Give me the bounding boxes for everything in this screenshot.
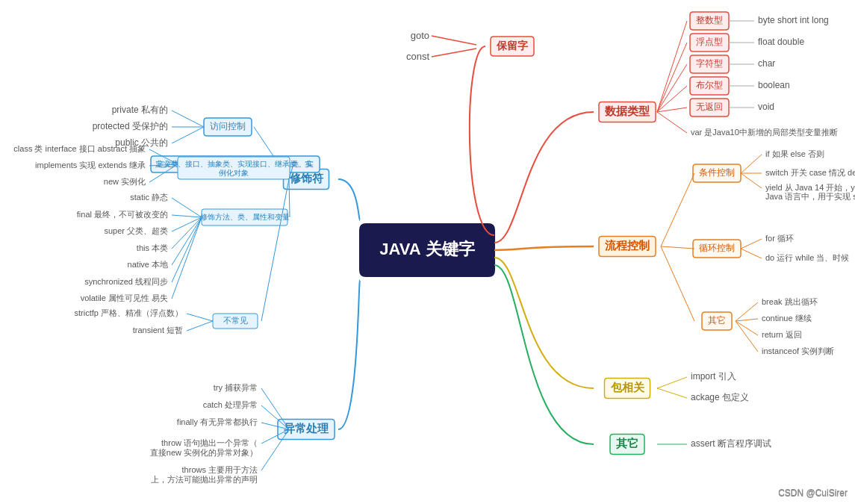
watermark: CSDN @CuiSirer — [778, 488, 848, 498]
